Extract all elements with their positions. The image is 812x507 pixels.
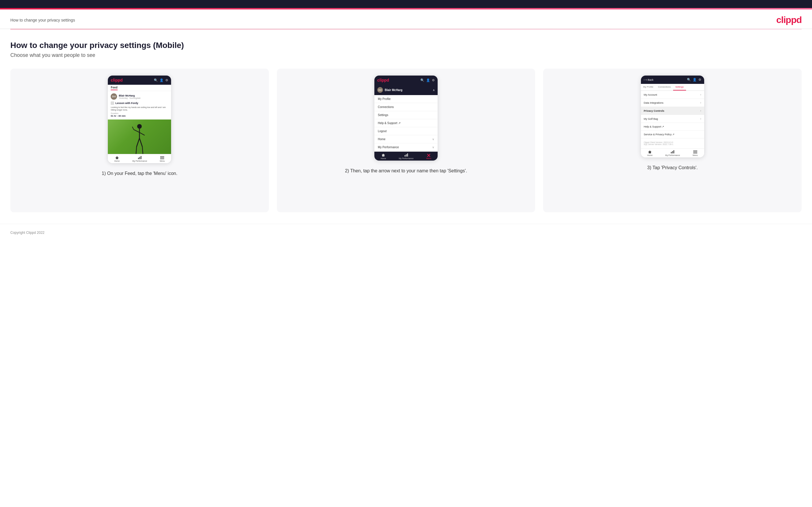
- step-2-card: clippd 🔍 👤 ⚙ BM Blair McHarg ∧: [277, 69, 536, 212]
- settings-icon: ⚙: [165, 78, 168, 82]
- back-arrow-icon: ‹: [644, 78, 645, 81]
- step2-bottom-nav: Home My Performance Menu: [374, 151, 438, 161]
- svg-rect-13: [160, 157, 164, 158]
- settings-data-integrations[interactable]: Data Integrations ›: [641, 99, 704, 107]
- svg-line-7: [136, 147, 137, 154]
- svg-line-5: [137, 138, 140, 147]
- user-icon: 👤: [160, 78, 164, 82]
- step2-bottom-home: Home: [381, 153, 386, 159]
- post-title: Lesson with Fordy: [111, 101, 168, 105]
- step-3-phone: ‹ < Back 🔍 👤 ⚙ My Profile Connections Se…: [641, 75, 704, 157]
- menu-section-home[interactable]: Home ∨: [374, 135, 438, 143]
- menu-user-left: BM Blair McHarg: [377, 87, 403, 93]
- settings-icon-3: ⚙: [699, 78, 701, 81]
- settings-help-support[interactable]: Help & Support ↗: [641, 123, 704, 131]
- bottom-nav-menu[interactable]: Menu: [160, 156, 165, 162]
- step-2-caption: 2) Then, tap the arrow next to your name…: [284, 167, 528, 174]
- menu-icon-3: [693, 150, 697, 154]
- performance-section-chevron: ∨: [432, 146, 434, 149]
- post-avatar: BM: [111, 93, 117, 100]
- svg-rect-23: [693, 151, 697, 151]
- step2-bottom-menu[interactable]: Menu: [426, 153, 431, 159]
- home-icon-3: [648, 150, 652, 154]
- menu-arrow-up-icon[interactable]: ∧: [433, 89, 435, 92]
- step-1-card: clippd 🔍 👤 ⚙ Feed BM: [10, 69, 269, 212]
- golfer-silhouette: [131, 122, 148, 154]
- post-user-info: Blair McHarg Yesterday · Sunningdale: [119, 94, 141, 99]
- bottom-nav-home: Home: [114, 156, 119, 162]
- step-3-caption: 3) Tap 'Privacy Controls'.: [550, 164, 795, 171]
- menu-item-myprofile[interactable]: My Profile: [374, 95, 438, 103]
- step1-post: BM Blair McHarg Yesterday · Sunningdale …: [108, 91, 171, 119]
- menu-section-performance[interactable]: My Performance ∨: [374, 143, 438, 151]
- svg-rect-16: [406, 154, 407, 157]
- step2-nav-icons: 🔍 👤 ⚙: [420, 78, 435, 82]
- menu-username: Blair McHarg: [385, 89, 403, 92]
- post-username: Blair McHarg: [119, 94, 141, 97]
- search-icon: 🔍: [154, 78, 158, 82]
- post-desc: Looking to feel like my hands are exitin…: [111, 106, 168, 111]
- svg-rect-21: [672, 151, 673, 153]
- svg-line-6: [140, 138, 142, 147]
- step3-nav-icons: 🔍 👤 ⚙: [687, 78, 701, 81]
- post-user-row: BM Blair McHarg Yesterday · Sunningdale: [111, 93, 168, 100]
- header: How to change your privacy settings clip…: [0, 9, 812, 29]
- menu-icon: [160, 156, 164, 159]
- performance-icon: [138, 156, 142, 159]
- svg-rect-14: [160, 159, 164, 159]
- step2-menu-user-header: BM Blair McHarg ∧: [374, 85, 438, 95]
- svg-rect-9: [138, 158, 139, 159]
- settings-privacy-controls[interactable]: Privacy Controls ›: [641, 107, 704, 115]
- post-duration: 01 hr : 30 min: [111, 115, 168, 117]
- step2-phone-logo: clippd: [377, 78, 389, 82]
- step3-bottom-home: Home: [647, 150, 653, 156]
- menu-icon-2: [427, 153, 431, 157]
- step1-phone-nav: clippd 🔍 👤 ⚙: [108, 75, 171, 85]
- step1-bottom-nav: Home My Performance Menu: [108, 154, 171, 163]
- menu-item-settings[interactable]: Settings: [374, 111, 438, 119]
- data-integrations-chevron: ›: [700, 101, 701, 104]
- feed-tab-underline: [111, 90, 117, 90]
- tab-myprofile[interactable]: My Profile: [641, 84, 656, 91]
- post-duration-label: Duration: [111, 112, 168, 114]
- svg-rect-17: [407, 153, 408, 157]
- step3-bottom-performance: My Performance: [665, 150, 680, 156]
- menu-item-logout[interactable]: Logout: [374, 127, 438, 135]
- tab-connections[interactable]: Connections: [656, 84, 673, 91]
- settings-icon-2: ⚙: [432, 78, 435, 82]
- step3-settings-tabs: My Profile Connections Settings: [641, 84, 704, 91]
- steps-container: clippd 🔍 👤 ⚙ Feed BM: [10, 69, 802, 212]
- my-account-chevron: ›: [700, 93, 701, 96]
- home-section-chevron: ∨: [432, 137, 434, 141]
- home-icon-2: [381, 153, 385, 157]
- step1-nav-icons: 🔍 👤 ⚙: [154, 78, 168, 82]
- svg-line-4: [140, 132, 145, 135]
- golf-bag-chevron: ›: [700, 117, 701, 120]
- menu-avatar: BM: [377, 87, 383, 93]
- search-icon-2: 🔍: [420, 78, 424, 82]
- step-2-phone: clippd 🔍 👤 ⚙ BM Blair McHarg ∧: [374, 75, 438, 161]
- svg-rect-12: [160, 156, 164, 157]
- tab-settings[interactable]: Settings: [673, 84, 686, 91]
- svg-rect-15: [405, 155, 405, 157]
- svg-rect-11: [141, 156, 142, 159]
- svg-point-0: [137, 124, 142, 129]
- page-subheading: Choose what you want people to see: [10, 52, 802, 58]
- menu-item-connections[interactable]: Connections: [374, 103, 438, 111]
- step3-bottom-menu[interactable]: Menu: [693, 150, 698, 156]
- step2-bottom-performance: My Performance: [399, 153, 413, 159]
- golf-image: [108, 119, 171, 154]
- privacy-controls-chevron: ›: [700, 109, 701, 112]
- menu-item-helpsupport[interactable]: Help & Support ↗: [374, 119, 438, 127]
- logo: clippd: [776, 15, 802, 25]
- back-button[interactable]: ‹ < Back: [644, 78, 654, 81]
- step2-menu-items: My Profile Connections Settings Help & S…: [374, 95, 438, 151]
- performance-icon-3: [670, 150, 674, 154]
- settings-my-golf-bag[interactable]: My Golf Bag ›: [641, 115, 704, 123]
- user-icon-2: 👤: [426, 78, 430, 82]
- settings-version: Clippd Client Version: 2022.8.3-3 SQL Se…: [641, 138, 704, 148]
- svg-rect-24: [693, 152, 697, 152]
- settings-my-account[interactable]: My Account ›: [641, 91, 704, 99]
- svg-line-2: [134, 129, 140, 132]
- settings-service-privacy[interactable]: Service & Privacy Policy ↗: [641, 131, 704, 138]
